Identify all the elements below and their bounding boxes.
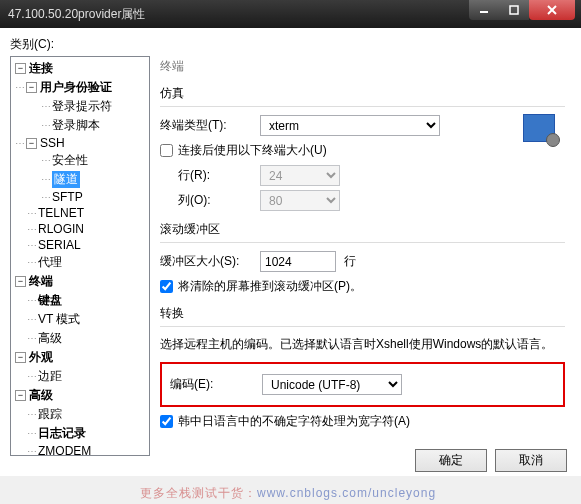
ok-button[interactable]: 确定 xyxy=(415,449,487,472)
watermark-link[interactable]: www.cnblogs.com/uncleyong xyxy=(257,486,436,500)
use-size-checkbox[interactable] xyxy=(160,144,173,157)
cols-label: 列(O): xyxy=(160,192,260,209)
tree-margin[interactable]: ⋯边距 xyxy=(11,367,149,386)
window-titlebar: 47.100.50.20provider属性 xyxy=(0,0,581,28)
encoding-select[interactable]: Unicode (UTF-8) xyxy=(262,374,402,395)
buffer-size-input[interactable] xyxy=(260,251,336,272)
group-translation: 转换 xyxy=(160,305,565,322)
cancel-button[interactable]: 取消 xyxy=(495,449,567,472)
svg-rect-1 xyxy=(510,6,518,14)
encoding-highlight-box: 编码(E): Unicode (UTF-8) xyxy=(160,362,565,407)
rows-input: 24 xyxy=(260,165,340,186)
tree-advanced[interactable]: ⋯高级 xyxy=(11,329,149,348)
tree-proxy[interactable]: ⋯代理 xyxy=(11,253,149,272)
window-buttons xyxy=(469,0,581,20)
category-tree[interactable]: −连接 ⋯−用户身份验证 ⋯登录提示符 ⋯登录脚本 ⋯−SSH ⋯安全性 ⋯隧道… xyxy=(10,56,150,456)
close-button[interactable] xyxy=(529,0,575,20)
tree-sftp[interactable]: ⋯SFTP xyxy=(11,189,149,205)
buffer-size-label: 缓冲区大小(S): xyxy=(160,253,260,270)
tree-connection[interactable]: −连接 xyxy=(11,59,149,78)
tree-security[interactable]: ⋯安全性 xyxy=(11,151,149,170)
content-panel: 终端 仿真 终端类型(T): xterm 连接后使用以下终端大小(U) 行(R)… xyxy=(160,56,571,456)
section-terminal-title: 终端 xyxy=(160,58,565,75)
terminal-icon xyxy=(523,114,555,142)
watermark: 更多全栈测试干货：www.cnblogs.com/uncleyong xyxy=(140,485,436,502)
tree-serial[interactable]: ⋯SERIAL xyxy=(11,237,149,253)
divider xyxy=(160,242,565,243)
rows-label: 行(R): xyxy=(160,167,260,184)
tree-login-script[interactable]: ⋯登录脚本 xyxy=(11,116,149,135)
tree-advanced2[interactable]: −高级 xyxy=(11,386,149,405)
tree-ssh[interactable]: ⋯−SSH xyxy=(11,135,149,151)
tree-auth[interactable]: ⋯−用户身份验证 xyxy=(11,78,149,97)
category-label: 类别(C): xyxy=(10,36,571,53)
terminal-type-select[interactable]: xterm xyxy=(260,115,440,136)
tree-logging[interactable]: ⋯日志记录 xyxy=(11,424,149,443)
tree-trace[interactable]: ⋯跟踪 xyxy=(11,405,149,424)
encoding-label: 编码(E): xyxy=(170,376,262,393)
tree-vtmode[interactable]: ⋯VT 模式 xyxy=(11,310,149,329)
tree-keyboard[interactable]: ⋯键盘 xyxy=(11,291,149,310)
tree-rlogin[interactable]: ⋯RLOGIN xyxy=(11,221,149,237)
tree-zmodem[interactable]: ⋯ZMODEM xyxy=(11,443,149,456)
push-clear-label: 将清除的屏幕推到滚动缓冲区(P)。 xyxy=(178,278,362,295)
cjk-label: 韩中日语言中的不确定字符处理为宽字符(A) xyxy=(178,413,410,430)
tree-terminal[interactable]: −终端 xyxy=(11,272,149,291)
cols-input: 80 xyxy=(260,190,340,211)
push-clear-checkbox[interactable] xyxy=(160,280,173,293)
maximize-button[interactable] xyxy=(499,0,529,20)
dialog-buttons: 确定 取消 xyxy=(415,449,567,472)
minimize-button[interactable] xyxy=(469,0,499,20)
buffer-unit: 行 xyxy=(344,253,356,270)
group-emulation: 仿真 xyxy=(160,85,565,102)
tree-tunnel[interactable]: ⋯隧道 xyxy=(11,170,149,189)
tree-appearance[interactable]: −外观 xyxy=(11,348,149,367)
use-size-label: 连接后使用以下终端大小(U) xyxy=(178,142,327,159)
group-scrollback: 滚动缓冲区 xyxy=(160,221,565,238)
divider xyxy=(160,106,565,107)
cjk-checkbox[interactable] xyxy=(160,415,173,428)
tree-telnet[interactable]: ⋯TELNET xyxy=(11,205,149,221)
translation-desc: 选择远程主机的编码。已选择默认语言时Xshell使用Windows的默认语言。 xyxy=(160,335,565,354)
terminal-type-label: 终端类型(T): xyxy=(160,117,260,134)
divider xyxy=(160,326,565,327)
dialog-body: 类别(C): −连接 ⋯−用户身份验证 ⋯登录提示符 ⋯登录脚本 ⋯−SSH ⋯… xyxy=(0,28,581,476)
tree-login-prompt[interactable]: ⋯登录提示符 xyxy=(11,97,149,116)
